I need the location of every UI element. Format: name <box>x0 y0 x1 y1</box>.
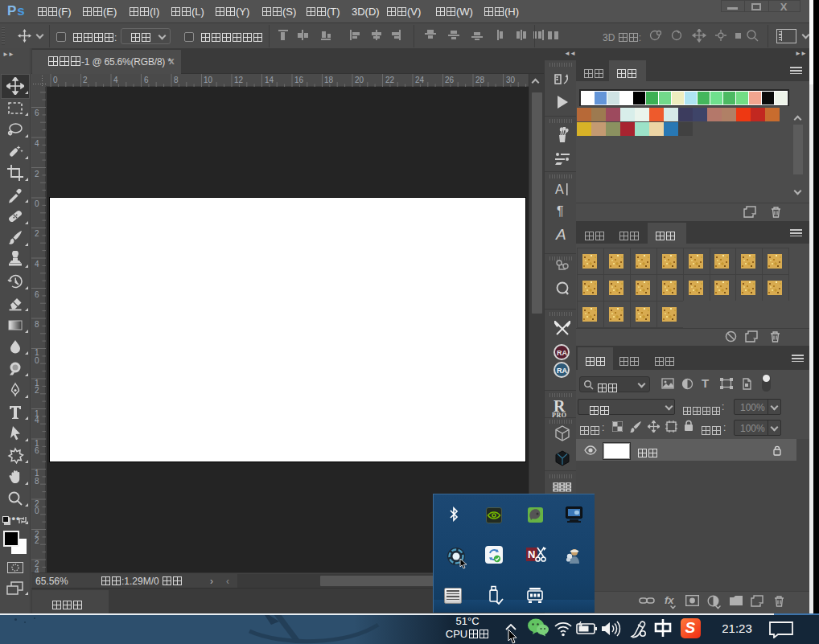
svg-text:6: 6 <box>144 76 149 84</box>
svg-text:30: 30 <box>506 76 516 84</box>
svg-text:6: 6 <box>35 446 39 455</box>
svg-text:26: 26 <box>445 76 455 84</box>
svg-text:16: 16 <box>294 76 304 84</box>
svg-text:4: 4 <box>35 567 39 572</box>
svg-text:0: 0 <box>53 76 58 84</box>
svg-text:2: 2 <box>35 229 39 238</box>
svg-text:10: 10 <box>204 76 213 84</box>
svg-text:2: 2 <box>35 386 39 395</box>
svg-text:14: 14 <box>265 76 274 84</box>
svg-text:4: 4 <box>35 139 39 148</box>
svg-text:4: 4 <box>113 76 118 84</box>
svg-text:12: 12 <box>234 76 244 84</box>
svg-text:6: 6 <box>35 290 39 299</box>
svg-text:0: 0 <box>35 199 39 208</box>
svg-text:A: A <box>555 183 564 196</box>
svg-text:8: 8 <box>35 477 39 486</box>
svg-text:4: 4 <box>35 260 39 269</box>
svg-text:22: 22 <box>385 76 395 84</box>
svg-text:0: 0 <box>35 356 39 365</box>
svg-text:A: A <box>555 227 566 243</box>
svg-text:0: 0 <box>35 507 39 515</box>
svg-text:24: 24 <box>415 76 425 84</box>
svg-text:8: 8 <box>35 320 39 329</box>
svg-text:28: 28 <box>475 76 485 84</box>
svg-text:6: 6 <box>35 109 39 117</box>
svg-text:2: 2 <box>35 536 39 545</box>
svg-text:4: 4 <box>35 416 39 425</box>
svg-text:2: 2 <box>35 170 39 178</box>
svg-text:8: 8 <box>174 76 179 84</box>
svg-text:20: 20 <box>355 76 364 84</box>
svg-text:¶: ¶ <box>557 204 564 218</box>
svg-text:2: 2 <box>83 76 88 84</box>
svg-text:18: 18 <box>324 76 334 84</box>
